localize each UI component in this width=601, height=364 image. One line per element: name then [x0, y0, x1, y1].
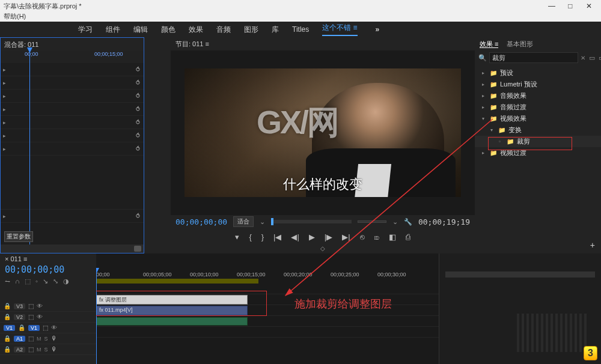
- play-button[interactable]: ▶: [309, 232, 315, 241]
- source-scrollbar[interactable]: [1, 244, 144, 253]
- video-track-header[interactable]: 🔒V3⬚👁: [0, 301, 96, 312]
- window-max-button[interactable]: □: [562, 2, 579, 10]
- window-close-button[interactable]: ✕: [581, 2, 597, 10]
- timeline-tool-5[interactable]: ⤡: [53, 278, 58, 285]
- reset-params-button[interactable]: 重置参数: [4, 231, 33, 242]
- track-a2-row[interactable]: [96, 327, 439, 338]
- source-panel-title[interactable]: 混合器: 011: [1, 38, 144, 51]
- timeline-tool-4[interactable]: ↘: [43, 278, 48, 285]
- source-param-row[interactable]: ▸⥀: [1, 129, 144, 142]
- lift-button[interactable]: ⎋: [360, 232, 365, 241]
- tab-effects-panel[interactable]: 效果 ≡: [480, 40, 498, 48]
- audio-meters-panel: 3: [439, 253, 601, 364]
- timeline-tool-2[interactable]: ⬚: [25, 278, 31, 285]
- audio-track-header[interactable]: 🔒A1⬚MS🎙: [0, 333, 96, 344]
- timeline-tool-1[interactable]: ∩: [15, 278, 20, 285]
- fit-select[interactable]: 适合: [233, 216, 254, 227]
- tab-edit[interactable]: 编辑: [133, 25, 148, 35]
- source-param-row[interactable]: ▸⥀: [1, 103, 144, 116]
- audio-track-header[interactable]: 🔒A2⬚MS🎙: [0, 344, 96, 355]
- tab-learn[interactable]: 学习: [78, 25, 93, 35]
- preset-icon-1[interactable]: ▭: [589, 54, 595, 62]
- add-marker-button[interactable]: ▾: [235, 232, 239, 241]
- audio-meters: [517, 314, 589, 352]
- go-in-button[interactable]: |◀: [273, 232, 281, 241]
- source-param-row[interactable]: ▸⥀: [1, 76, 144, 89]
- step-badge: 3: [584, 346, 597, 360]
- effects-tree-item[interactable]: ▾📁变换: [475, 124, 601, 136]
- tab-graphics[interactable]: 图形: [244, 25, 258, 35]
- extract-button[interactable]: ⎄: [374, 232, 379, 241]
- timeline-body[interactable]: 00;0000;00;05;0000;00;10;0000;00;15;0000…: [96, 253, 439, 364]
- source-param-row[interactable]: ▸⥀: [1, 116, 144, 129]
- effects-tree-item[interactable]: ▸📁Lumetri 预设: [475, 79, 601, 90]
- source-ruler-tick: 00;00;15;00: [94, 51, 123, 57]
- window-min-button[interactable]: —: [543, 2, 560, 10]
- timeline-tool-0[interactable]: ⥊: [5, 278, 10, 285]
- tab-essential-graphics[interactable]: 基本图形: [507, 40, 533, 48]
- go-out-button[interactable]: ▶|: [342, 232, 350, 241]
- timeline-tool-6[interactable]: ◑: [63, 278, 69, 285]
- tab-color[interactable]: 颜色: [161, 25, 175, 35]
- tab-effects[interactable]: 效果: [189, 25, 203, 35]
- tab-library[interactable]: 库: [272, 25, 279, 35]
- timeline-playhead[interactable]: [96, 270, 97, 364]
- source-ruler[interactable]: 00;00 00;00;15;00: [1, 51, 144, 63]
- zoom-chevron-icon[interactable]: ⌄: [260, 218, 265, 226]
- menu-help[interactable]: 帮助(H): [4, 13, 26, 20]
- tab-custom-active[interactable]: 这个不错 ≡: [322, 23, 357, 36]
- effects-tree-item[interactable]: ▾📁视频效果: [475, 113, 601, 124]
- timeline-ruler[interactable]: 00;0000;00;05;0000;00;10;0000;00;15;0000…: [96, 270, 439, 284]
- effects-tree-item[interactable]: ▸📁预设: [475, 67, 601, 79]
- source-playhead[interactable]: [29, 50, 30, 244]
- export-frame-button[interactable]: ◧: [389, 232, 396, 241]
- effects-tree-item[interactable]: ▫📁裁剪: [475, 136, 601, 147]
- source-param-row[interactable]: ▸⥀: [1, 210, 144, 223]
- effects-tree-item[interactable]: ▸📁音频效果: [475, 90, 601, 102]
- timeline-ruler-tick: 00;00;25;00: [331, 271, 359, 278]
- track-v3-row[interactable]: [96, 284, 439, 294]
- track-a1-row[interactable]: [96, 316, 439, 327]
- timeline-ruler-tick: 00;00;10;00: [190, 271, 219, 278]
- sequence-tab[interactable]: × 011 ≡: [0, 253, 96, 264]
- work-area-bar[interactable]: [96, 279, 258, 284]
- preset-icon-2[interactable]: ▭: [599, 54, 601, 62]
- mark-in-button[interactable]: {: [249, 232, 251, 241]
- mark-out-button[interactable]: }: [261, 232, 264, 241]
- tabs-overflow[interactable]: »: [376, 25, 380, 34]
- clip-adjustment-layer[interactable]: fx 调整图层: [96, 295, 248, 305]
- program-title[interactable]: 节目: 011 ≡: [171, 37, 475, 50]
- program-marker-bar[interactable]: ◇: [171, 245, 475, 253]
- step-back-button[interactable]: ◀|: [291, 232, 299, 241]
- window-titlebar: 字幕\去除视频字幕.prproj * — □ ✕: [0, 0, 601, 12]
- audio-track-mini[interactable]: [445, 271, 595, 278]
- new-bin-button[interactable]: +: [590, 240, 595, 250]
- source-param-row[interactable]: ▸⥀: [1, 63, 144, 76]
- timeline-timecode[interactable]: 00;00;00;00: [0, 264, 96, 275]
- clear-search-button[interactable]: ✕: [581, 55, 585, 61]
- effects-tree-item[interactable]: ▸📁视频过渡: [475, 147, 601, 159]
- wrench-icon[interactable]: 🔧: [404, 218, 412, 226]
- clip-audio[interactable]: [96, 317, 248, 326]
- res-select[interactable]: [358, 220, 386, 223]
- effects-search-input[interactable]: [489, 52, 578, 63]
- effects-tree-item[interactable]: ▸📁音频过渡: [475, 102, 601, 113]
- program-viewer[interactable]: GX/网 什么样的改变: [171, 50, 475, 215]
- program-scrubber[interactable]: [271, 220, 352, 223]
- video-track-header[interactable]: 🔒V2⬚👁: [0, 312, 96, 323]
- clip-video[interactable]: fx 011.mp4[V]: [96, 306, 248, 315]
- program-timecode[interactable]: 00;00;00;00: [175, 217, 227, 226]
- program-control-bar: 00;00;00;00 适合 ⌄ ⌄ 🔧 00;00;19;19: [171, 215, 475, 228]
- button-editor-button[interactable]: ⎙: [406, 232, 410, 241]
- source-param-row[interactable]: ▸⥀: [1, 89, 144, 103]
- res-chevron-icon[interactable]: ⌄: [392, 218, 398, 226]
- source-param-row[interactable]: ▸⥀: [1, 142, 144, 156]
- tab-titles[interactable]: Titles: [292, 25, 309, 34]
- menubar[interactable]: 帮助(H): [0, 12, 601, 22]
- timeline-tool-3[interactable]: ◦: [35, 278, 38, 285]
- tab-assembly[interactable]: 组件: [106, 25, 120, 35]
- step-fwd-button[interactable]: |▶: [325, 232, 332, 241]
- effects-panel: 效果 ≡ 基本图形 🔍 ✕ ▭ ▭ ▭ ▸📁预设▸📁Lumetri 预设▸📁音频…: [475, 37, 601, 253]
- tab-audio[interactable]: 音频: [216, 25, 231, 35]
- video-track-header[interactable]: V1🔒V1⬚👁: [0, 323, 96, 333]
